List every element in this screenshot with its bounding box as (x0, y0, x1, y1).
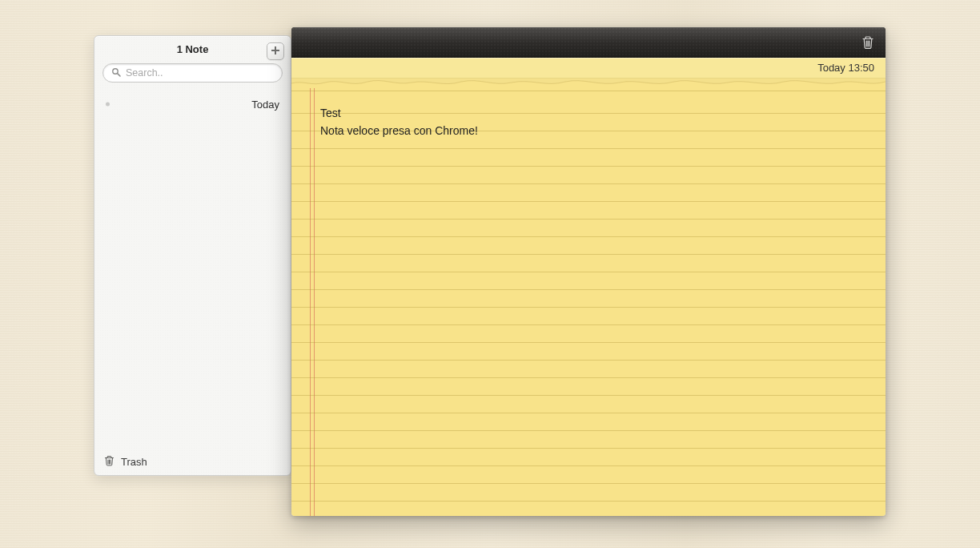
list-item[interactable]: Today (106, 94, 279, 115)
sidebar-header: 1 Note (94, 36, 291, 58)
plus-icon (271, 44, 280, 58)
new-note-button[interactable] (267, 42, 284, 60)
trash-icon (104, 455, 114, 469)
note-text-line: Test (320, 104, 870, 122)
notes-count-title: 1 Note (177, 43, 209, 55)
search-input[interactable] (126, 67, 274, 79)
notes-list: Today (94, 89, 291, 448)
trash-icon (862, 38, 874, 52)
search-icon (111, 66, 126, 80)
torn-paper-edge (291, 79, 886, 88)
notepad: Today 13:50 Test Nota veloce presa con C… (291, 27, 886, 516)
delete-note-button[interactable] (862, 35, 874, 50)
notepad-toolbar (291, 27, 886, 58)
search-container (94, 58, 291, 89)
trash-button[interactable]: Trash (94, 448, 291, 475)
note-content[interactable]: Test Nota veloce presa con Chrome! (320, 104, 870, 139)
note-paper[interactable]: Test Nota veloce presa con Chrome! (291, 88, 886, 516)
svg-line-1 (118, 74, 120, 76)
trash-label: Trash (121, 456, 147, 468)
notes-sidebar: 1 Note Today Trash (94, 35, 291, 476)
note-meta-strip: Today 13:50 (291, 58, 886, 79)
note-timestamp: Today 13:50 (817, 62, 874, 74)
search-field[interactable] (102, 63, 283, 83)
note-text-line: Nota veloce presa con Chrome! (320, 122, 870, 139)
note-item-date: Today (251, 99, 279, 111)
